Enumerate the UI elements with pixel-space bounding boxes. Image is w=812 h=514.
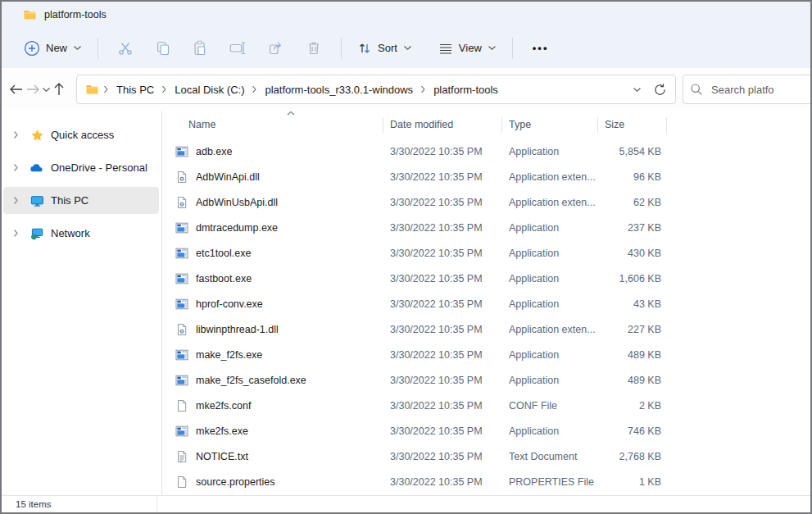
table-row[interactable]: dmtracedump.exe 3/30/2022 10:35 PM Appli… [174,215,810,240]
breadcrumb-item[interactable]: platform-tools [430,81,501,98]
chevron-down-icon [73,45,82,51]
file-type: Application [502,222,598,234]
view-button-label: View [459,42,482,54]
file-size: 2 KB [598,400,667,412]
table-row[interactable]: mke2fs.conf 3/30/2022 10:35 PM CONF File… [174,393,810,418]
table-row[interactable]: NOTICE.txt 3/30/2022 10:35 PM Text Docum… [174,443,810,469]
chevron-right-icon[interactable] [3,229,28,238]
table-row[interactable]: make_f2fs_casefold.exe 3/30/2022 10:35 P… [174,367,810,393]
file-name: mke2fs.conf [196,400,251,412]
view-button[interactable]: View [431,37,504,60]
address-bar[interactable]: This PCLocal Disk (C:)platform-tools_r33… [76,75,676,104]
file-type: Application [502,425,598,437]
navigation-pane: Quick access OneDrive - Personal This PC… [2,111,162,495]
table-row[interactable]: fastboot.exe 3/30/2022 10:35 PM Applicat… [174,266,810,291]
toolbar-separator [341,38,342,59]
clipboard-icon [193,40,209,57]
breadcrumb-item[interactable]: platform-tools_r33.0.1-windows [261,81,416,98]
command-toolbar: New Sort View ••• [2,28,810,68]
up-button[interactable] [52,77,66,102]
folder-icon [23,8,37,21]
file-size: 746 KB [598,425,667,437]
table-row[interactable]: make_f2fs.exe 3/30/2022 10:35 PM Applica… [174,342,810,367]
file-name: hprof-conv.exe [196,298,263,310]
chevron-right-icon[interactable] [3,163,28,172]
file-date-modified: 3/30/2022 10:35 PM [383,349,502,361]
file-date-modified: 3/30/2022 10:35 PM [383,375,502,386]
file-name: AdbWinApi.dll [196,171,260,183]
sidebar-item-network[interactable]: Network [3,220,159,247]
search-input[interactable] [711,84,801,96]
search-icon [690,83,703,96]
file-size: 62 KB [598,197,667,208]
column-header-name[interactable]: Name [174,111,383,139]
sidebar-item-onedrive-personal[interactable]: OneDrive - Personal [3,154,159,181]
copy-button[interactable] [144,35,182,61]
table-row[interactable]: AdbWinUsbApi.dll 3/30/2022 10:35 PM Appl… [174,189,810,215]
column-header-type[interactable]: Type [502,111,598,139]
share-icon [268,40,284,57]
item-count: 15 items [16,499,51,509]
application-icon [175,425,188,438]
forward-button[interactable] [25,77,40,102]
new-button[interactable]: New [16,35,89,61]
table-row[interactable]: AdbWinApi.dll 3/30/2022 10:35 PM Applica… [174,164,810,189]
table-row[interactable]: etc1tool.exe 3/30/2022 10:35 PM Applicat… [174,240,810,266]
breadcrumb-item[interactable]: Local Disk (C:) [171,81,247,98]
file-name: source.properties [196,476,275,488]
sidebar-item-this-pc[interactable]: This PC [3,187,159,214]
file-date-modified: 3/30/2022 10:35 PM [383,425,502,437]
sidebar-item-quick-access[interactable]: Quick access [3,121,159,148]
back-button[interactable] [9,77,24,102]
address-dropdown-chevron-icon[interactable] [633,87,642,93]
column-header-size[interactable]: Size [598,111,667,139]
file-date-modified: 3/30/2022 10:35 PM [383,298,502,310]
delete-button[interactable] [295,35,333,61]
trash-icon [306,40,321,57]
search-box[interactable] [683,75,810,104]
table-row[interactable]: adb.exe 3/30/2022 10:35 PM Application 5… [174,139,810,164]
file-name: AdbWinUsbApi.dll [196,197,278,208]
paste-button[interactable] [182,35,220,61]
file-name: make_f2fs.exe [196,349,262,361]
cloud-icon [29,161,44,175]
file-name: adb.exe [196,146,232,157]
column-header-date-modified[interactable]: Date modified [383,111,502,139]
file-type: CONF File [502,400,598,412]
table-row[interactable]: mke2fs.exe 3/30/2022 10:35 PM Applicatio… [174,418,810,443]
share-button[interactable] [257,35,295,61]
chevron-down-icon [488,45,497,51]
cut-button[interactable] [107,35,144,61]
file-size: 430 KB [598,248,667,259]
table-row[interactable]: libwinpthread-1.dll 3/30/2022 10:35 PM A… [174,316,810,342]
refresh-icon[interactable] [653,83,667,97]
file-type: Application [502,273,598,284]
breadcrumb-item[interactable]: This PC [113,81,157,98]
file-date-modified: 3/30/2022 10:35 PM [383,476,502,488]
see-more-button[interactable]: ••• [521,42,560,54]
sidebar-item-label: This PC [51,194,88,207]
sort-button[interactable]: Sort [350,36,420,61]
table-row[interactable]: source.properties 3/30/2022 10:35 PM PRO… [174,469,810,494]
table-row[interactable]: hprof-conv.exe 3/30/2022 10:35 PM Applic… [174,291,810,316]
copy-icon [155,40,171,57]
rename-button[interactable] [220,35,257,61]
chevron-right-icon[interactable] [3,130,28,139]
tab-title: platform-tools [44,9,107,20]
file-date-modified: 3/30/2022 10:35 PM [383,146,502,157]
file-type: Application exten... [502,197,598,208]
file-name: fastboot.exe [196,273,252,284]
file-date-modified: 3/30/2022 10:35 PM [383,273,502,284]
toolbar-separator [98,38,98,59]
file-explorer-window: platform-tools New Sort View ••• [0,0,812,514]
explorer-tab[interactable]: platform-tools [2,2,107,28]
recent-locations-chevron[interactable] [42,77,51,102]
chevron-right-icon[interactable] [3,196,28,205]
toolbar-separator [512,38,513,59]
sort-button-label: Sort [378,42,397,54]
file-name: NOTICE.txt [196,451,248,462]
dll-icon [175,196,188,209]
application-icon [175,221,188,234]
breadcrumb: This PCLocal Disk (C:)platform-tools_r33… [99,81,501,98]
sidebar-item-label: OneDrive - Personal [51,161,147,174]
